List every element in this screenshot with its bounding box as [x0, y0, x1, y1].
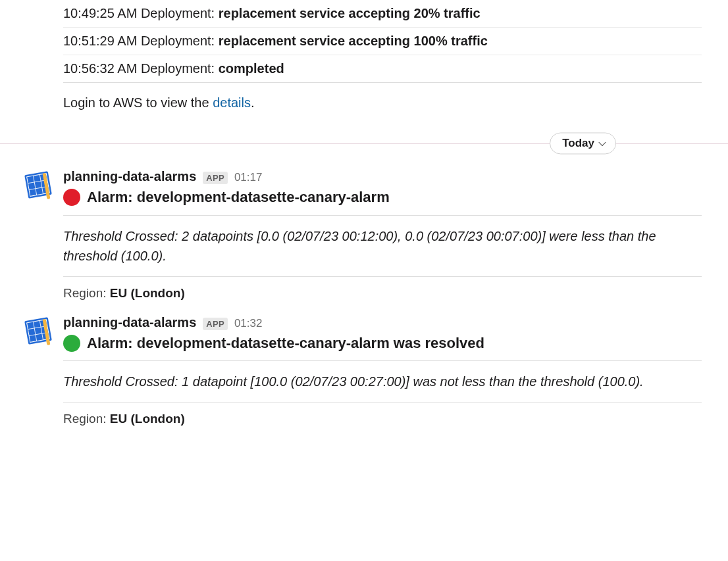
log-time: 10:56:32 AM [63, 61, 137, 76]
region-value: EU (London) [110, 286, 185, 300]
log-prefix: Deployment: [141, 34, 215, 48]
alarm-title: Alarm: development-datasette-canary-alar… [87, 188, 390, 207]
avatar[interactable] [22, 315, 54, 347]
alarm-title: Alarm: development-datasette-canary-alar… [87, 334, 484, 353]
message-header: planning-data-alarms APP 01:32 [63, 315, 702, 331]
blueprint-icon [22, 169, 54, 201]
region-label: Region: [63, 286, 107, 300]
message-timestamp[interactable]: 01:17 [234, 171, 263, 184]
divider-line [0, 143, 728, 144]
login-prefix: Login to AWS to view the [63, 95, 213, 110]
region-label: Region: [63, 412, 107, 426]
threshold-text: Threshold Crossed: 1 datapoint [100.0 (0… [63, 361, 702, 402]
login-suffix: . [251, 95, 255, 110]
log-detail: replacement service accepting 20% traffi… [219, 6, 481, 20]
date-jump-button[interactable]: Today [550, 133, 616, 155]
blueprint-icon [22, 315, 54, 347]
deployment-log-line: 10:56:32 AM Deployment: completed [63, 55, 702, 83]
alarm-title-row: Alarm: development-datasette-canary-alar… [63, 185, 702, 216]
login-line: Login to AWS to view the details. [63, 83, 702, 123]
threshold-text: Threshold Crossed: 2 datapoints [0.0 (02… [63, 216, 702, 277]
chevron-down-icon [598, 138, 606, 145]
details-link[interactable]: details [213, 95, 251, 110]
deployment-log-line: 10:51:29 AM Deployment: replacement serv… [63, 28, 702, 55]
date-divider: Today [0, 127, 728, 160]
sender-name[interactable]: planning-data-alarms [63, 315, 196, 330]
red-circle-icon [63, 189, 80, 206]
message-header: planning-data-alarms APP 01:17 [63, 169, 702, 185]
date-label: Today [562, 137, 594, 150]
region-row: Region: EU (London) [63, 277, 702, 310]
sender-name[interactable]: planning-data-alarms [63, 169, 196, 184]
deployment-log-line: 10:49:25 AM Deployment: replacement serv… [63, 0, 702, 28]
deployment-log-block: 10:49:25 AM Deployment: replacement serv… [63, 0, 702, 123]
log-prefix: Deployment: [141, 61, 215, 76]
region-value: EU (London) [110, 412, 185, 426]
log-time: 10:51:29 AM [63, 34, 137, 48]
slack-message: planning-data-alarms APP 01:32 Alarm: de… [0, 310, 728, 436]
avatar[interactable] [22, 169, 54, 201]
message-list: 10:49:25 AM Deployment: replacement serv… [0, 0, 728, 435]
app-badge: APP [203, 172, 228, 184]
slack-message: planning-data-alarms APP 01:17 Alarm: de… [0, 164, 728, 310]
log-time: 10:49:25 AM [63, 6, 137, 20]
app-badge: APP [203, 318, 228, 330]
alarm-title-row: Alarm: development-datasette-canary-alar… [63, 331, 702, 362]
green-circle-icon [63, 335, 80, 352]
log-detail: replacement service accepting 100% traff… [219, 34, 488, 48]
region-row: Region: EU (London) [63, 402, 702, 435]
message-timestamp[interactable]: 01:32 [234, 317, 263, 330]
log-detail: completed [219, 61, 284, 76]
log-prefix: Deployment: [141, 6, 215, 20]
